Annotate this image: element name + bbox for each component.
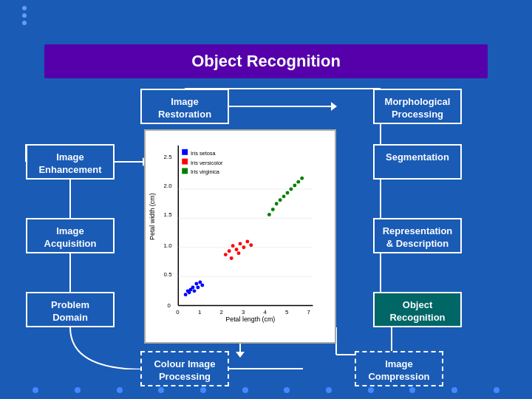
svg-point-54 bbox=[196, 285, 200, 289]
svg-rect-79 bbox=[182, 159, 188, 165]
svg-point-53 bbox=[194, 282, 198, 286]
svg-text:7: 7 bbox=[307, 309, 310, 316]
svg-point-67 bbox=[267, 213, 271, 216]
svg-text:Iris versicolor: Iris versicolor bbox=[191, 160, 223, 166]
svg-point-63 bbox=[230, 256, 233, 260]
svg-point-75 bbox=[296, 180, 300, 184]
svg-text:2: 2 bbox=[219, 309, 222, 316]
svg-point-64 bbox=[237, 251, 241, 255]
center-chart-image: Petal width (cm) Petal length (cm) 0 0.5… bbox=[144, 129, 336, 344]
svg-point-69 bbox=[275, 202, 279, 205]
svg-text:2.0: 2.0 bbox=[164, 183, 173, 189]
svg-text:Iris virginica: Iris virginica bbox=[191, 168, 220, 175]
svg-point-72 bbox=[286, 191, 290, 194]
problem-domain-box: Problem Domain bbox=[26, 292, 115, 327]
svg-point-51 bbox=[191, 285, 195, 289]
svg-point-68 bbox=[271, 208, 275, 211]
svg-marker-15 bbox=[236, 352, 245, 358]
svg-text:3: 3 bbox=[242, 309, 245, 316]
svg-rect-77 bbox=[182, 149, 188, 155]
svg-point-50 bbox=[188, 290, 191, 294]
svg-point-70 bbox=[279, 198, 282, 202]
svg-point-76 bbox=[300, 177, 304, 180]
svg-point-58 bbox=[228, 249, 231, 253]
segmentation-box: Segmentation bbox=[373, 144, 462, 180]
svg-text:0.5: 0.5 bbox=[164, 271, 173, 278]
representation-box: Representation & Description bbox=[373, 218, 462, 253]
svg-point-56 bbox=[200, 284, 204, 287]
morphological-box: Morphological Processing bbox=[373, 89, 462, 124]
svg-point-62 bbox=[242, 245, 245, 249]
svg-text:0: 0 bbox=[176, 309, 180, 316]
svg-point-71 bbox=[282, 194, 286, 198]
image-acquisition-box: Image Acquisition bbox=[26, 218, 115, 253]
image-enhancement-box: Image Enhancement bbox=[26, 144, 115, 180]
svg-point-47 bbox=[184, 293, 188, 296]
svg-text:5: 5 bbox=[285, 309, 289, 316]
svg-point-57 bbox=[224, 253, 228, 256]
svg-marker-1 bbox=[331, 102, 337, 111]
main-area: Image Restoration Morphological Processi… bbox=[15, 81, 517, 369]
svg-text:1.5: 1.5 bbox=[164, 211, 173, 218]
svg-point-61 bbox=[239, 242, 242, 245]
svg-point-66 bbox=[249, 243, 253, 247]
svg-point-59 bbox=[231, 244, 235, 248]
svg-text:0: 0 bbox=[168, 302, 171, 309]
svg-point-65 bbox=[245, 239, 249, 243]
svg-point-74 bbox=[293, 184, 296, 188]
svg-text:4: 4 bbox=[264, 309, 267, 316]
title-bar: Object Recognition bbox=[44, 44, 488, 78]
svg-text:Petal length (cm): Petal length (cm) bbox=[225, 316, 275, 323]
svg-point-73 bbox=[289, 188, 293, 191]
svg-rect-81 bbox=[182, 168, 188, 174]
svg-text:2.5: 2.5 bbox=[164, 154, 173, 160]
object-recognition-bottom-box: Object Recognition bbox=[373, 292, 462, 327]
svg-text:1: 1 bbox=[198, 309, 201, 316]
colour-image-box: Colour Image Processing bbox=[140, 351, 229, 386]
bottom-dots bbox=[0, 387, 532, 393]
image-restoration-box: Image Restoration bbox=[140, 89, 229, 124]
svg-point-60 bbox=[235, 248, 239, 251]
svg-rect-25 bbox=[146, 131, 335, 342]
image-compression-box: Image Compression bbox=[355, 351, 443, 386]
svg-point-55 bbox=[198, 281, 202, 284]
top-dots bbox=[22, 6, 27, 25]
page-title: Object Recognition bbox=[59, 52, 473, 71]
svg-point-52 bbox=[193, 289, 197, 293]
svg-text:1.0: 1.0 bbox=[164, 242, 173, 249]
svg-text:Petal width (cm): Petal width (cm) bbox=[149, 193, 156, 240]
svg-text:Iris setosa: Iris setosa bbox=[191, 150, 216, 157]
